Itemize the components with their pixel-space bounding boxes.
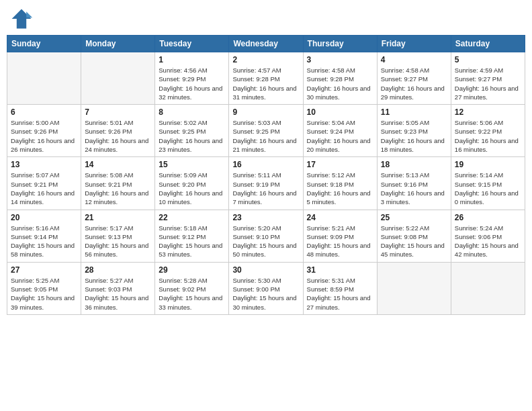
day-info: Sunrise: 5:28 AMSunset: 9:02 PMDaylight:… [159,276,225,312]
day-info: Sunrise: 5:22 AMSunset: 9:08 PMDaylight:… [381,224,447,259]
day-number: 19 [455,160,521,169]
calendar-cell: 25Sunrise: 5:22 AMSunset: 9:08 PMDayligh… [377,210,451,262]
day-number: 7 [85,107,151,117]
day-header-tuesday: Tuesday [155,36,229,52]
day-info: Sunrise: 4:59 AMSunset: 9:27 PMDaylight:… [455,66,521,101]
day-number: 6 [11,107,77,117]
week-row-5: 27Sunrise: 5:25 AMSunset: 9:05 PMDayligh… [7,262,525,314]
day-header-friday: Friday [377,36,451,52]
day-info: Sunrise: 5:14 AMSunset: 9:15 PMDaylight:… [455,171,521,206]
calendar-cell: 5Sunrise: 4:59 AMSunset: 9:27 PMDaylight… [451,52,525,105]
day-number: 11 [381,107,447,117]
day-info: Sunrise: 5:31 AMSunset: 8:59 PMDaylight:… [307,276,373,312]
page-header [7,7,525,31]
day-number: 28 [85,265,151,275]
day-info: Sunrise: 4:56 AMSunset: 9:29 PMDaylight:… [159,66,225,101]
calendar-cell: 21Sunrise: 5:17 AMSunset: 9:13 PMDayligh… [81,210,155,262]
calendar-cell: 11Sunrise: 5:05 AMSunset: 9:23 PMDayligh… [377,105,451,157]
day-info: Sunrise: 5:00 AMSunset: 9:26 PMDaylight:… [11,118,77,154]
day-info: Sunrise: 4:57 AMSunset: 9:28 PMDaylight:… [232,66,299,101]
day-info: Sunrise: 5:03 AMSunset: 9:25 PMDaylight:… [232,118,299,154]
day-info: Sunrise: 5:06 AMSunset: 9:22 PMDaylight:… [455,118,521,154]
calendar-cell: 4Sunrise: 4:58 AMSunset: 9:27 PMDaylight… [377,52,451,105]
calendar-header-row: SundayMondayTuesdayWednesdayThursdayFrid… [7,36,525,52]
day-info: Sunrise: 5:04 AMSunset: 9:24 PMDaylight:… [307,118,373,154]
calendar-cell: 22Sunrise: 5:18 AMSunset: 9:12 PMDayligh… [155,210,229,262]
day-info: Sunrise: 5:09 AMSunset: 9:20 PMDaylight:… [159,171,225,206]
day-number: 29 [159,265,225,275]
calendar-cell: 10Sunrise: 5:04 AMSunset: 9:24 PMDayligh… [303,105,377,157]
calendar-cell: 18Sunrise: 5:13 AMSunset: 9:16 PMDayligh… [377,157,451,210]
calendar-cell: 24Sunrise: 5:21 AMSunset: 9:09 PMDayligh… [303,210,377,262]
calendar-cell: 9Sunrise: 5:03 AMSunset: 9:25 PMDaylight… [229,105,303,157]
day-info: Sunrise: 5:08 AMSunset: 9:21 PMDaylight:… [85,171,151,206]
calendar-cell [81,52,155,105]
week-row-2: 6Sunrise: 5:00 AMSunset: 9:26 PMDaylight… [7,105,525,157]
calendar-cell: 26Sunrise: 5:24 AMSunset: 9:06 PMDayligh… [451,210,525,262]
calendar-cell: 7Sunrise: 5:01 AMSunset: 9:26 PMDaylight… [81,105,155,157]
day-number: 9 [232,107,299,117]
day-header-wednesday: Wednesday [229,36,303,52]
day-info: Sunrise: 5:12 AMSunset: 9:18 PMDaylight:… [307,171,373,206]
logo-icon [9,7,34,31]
calendar-table: SundayMondayTuesdayWednesdayThursdayFrid… [7,35,525,315]
day-number: 16 [232,160,299,169]
day-info: Sunrise: 5:18 AMSunset: 9:12 PMDaylight:… [159,224,225,259]
day-number: 1 [159,55,225,64]
calendar-cell: 3Sunrise: 4:58 AMSunset: 9:28 PMDaylight… [303,52,377,105]
calendar-cell: 13Sunrise: 5:07 AMSunset: 9:21 PMDayligh… [7,157,81,210]
svg-marker-0 [12,9,32,29]
day-info: Sunrise: 5:02 AMSunset: 9:25 PMDaylight:… [159,118,225,154]
day-number: 21 [85,213,151,222]
day-number: 25 [381,213,447,222]
day-number: 8 [159,107,225,117]
day-number: 4 [381,55,447,64]
calendar-cell: 14Sunrise: 5:08 AMSunset: 9:21 PMDayligh… [81,157,155,210]
day-info: Sunrise: 5:20 AMSunset: 9:10 PMDaylight:… [232,224,299,259]
logo [9,7,36,31]
week-row-3: 13Sunrise: 5:07 AMSunset: 9:21 PMDayligh… [7,157,525,210]
day-info: Sunrise: 5:24 AMSunset: 9:06 PMDaylight:… [455,224,521,259]
calendar-cell: 1Sunrise: 4:56 AMSunset: 9:29 PMDaylight… [155,52,229,105]
day-info: Sunrise: 5:13 AMSunset: 9:16 PMDaylight:… [381,171,447,206]
day-number: 14 [85,160,151,169]
calendar-cell [7,52,81,105]
calendar-cell: 15Sunrise: 5:09 AMSunset: 9:20 PMDayligh… [155,157,229,210]
day-info: Sunrise: 5:16 AMSunset: 9:14 PMDaylight:… [11,224,77,259]
calendar-cell: 29Sunrise: 5:28 AMSunset: 9:02 PMDayligh… [155,262,229,314]
calendar-cell [451,262,525,314]
calendar-cell: 2Sunrise: 4:57 AMSunset: 9:28 PMDaylight… [229,52,303,105]
calendar-cell: 31Sunrise: 5:31 AMSunset: 8:59 PMDayligh… [303,262,377,314]
calendar-cell: 6Sunrise: 5:00 AMSunset: 9:26 PMDaylight… [7,105,81,157]
day-info: Sunrise: 4:58 AMSunset: 9:27 PMDaylight:… [381,66,447,101]
day-number: 30 [232,265,299,275]
day-number: 23 [232,213,299,222]
day-number: 17 [307,160,373,169]
day-info: Sunrise: 5:21 AMSunset: 9:09 PMDaylight:… [307,224,373,259]
calendar-cell: 28Sunrise: 5:27 AMSunset: 9:03 PMDayligh… [81,262,155,314]
day-number: 22 [159,213,225,222]
week-row-1: 1Sunrise: 4:56 AMSunset: 9:29 PMDaylight… [7,52,525,105]
calendar-cell [377,262,451,314]
day-info: Sunrise: 5:05 AMSunset: 9:23 PMDaylight:… [381,118,447,154]
day-info: Sunrise: 5:11 AMSunset: 9:19 PMDaylight:… [232,171,299,206]
calendar-cell: 16Sunrise: 5:11 AMSunset: 9:19 PMDayligh… [229,157,303,210]
day-info: Sunrise: 5:01 AMSunset: 9:26 PMDaylight:… [85,118,151,154]
day-info: Sunrise: 5:07 AMSunset: 9:21 PMDaylight:… [11,171,77,206]
day-number: 26 [455,213,521,222]
calendar-cell: 23Sunrise: 5:20 AMSunset: 9:10 PMDayligh… [229,210,303,262]
day-number: 5 [455,55,521,64]
calendar-cell: 17Sunrise: 5:12 AMSunset: 9:18 PMDayligh… [303,157,377,210]
day-number: 15 [159,160,225,169]
calendar-cell: 20Sunrise: 5:16 AMSunset: 9:14 PMDayligh… [7,210,81,262]
day-info: Sunrise: 5:30 AMSunset: 9:00 PMDaylight:… [232,276,299,312]
day-number: 24 [307,213,373,222]
day-number: 10 [307,107,373,117]
day-number: 27 [11,265,77,275]
day-number: 31 [307,265,373,275]
calendar-cell: 30Sunrise: 5:30 AMSunset: 9:00 PMDayligh… [229,262,303,314]
day-header-thursday: Thursday [303,36,377,52]
calendar-cell: 12Sunrise: 5:06 AMSunset: 9:22 PMDayligh… [451,105,525,157]
day-header-saturday: Saturday [451,36,525,52]
day-number: 20 [11,213,77,222]
